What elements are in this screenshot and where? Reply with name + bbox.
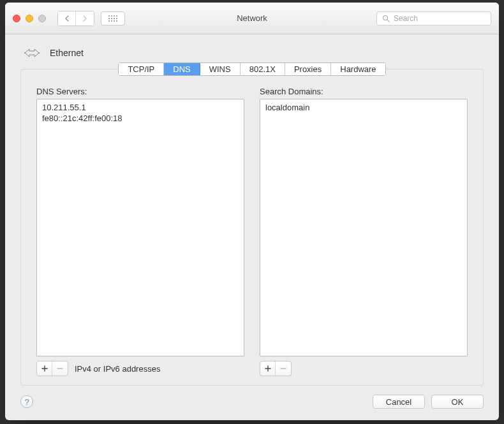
dns-hint: IPv4 or IPv6 addresses: [75, 364, 160, 374]
tab-dns[interactable]: DNS: [164, 63, 200, 75]
show-all-button[interactable]: [101, 11, 125, 26]
footer: ? Cancel OK: [20, 386, 484, 409]
traffic-lights: [13, 15, 46, 22]
domains-add-button[interactable]: [260, 362, 276, 376]
dns-servers-listbox[interactable]: 10.211.55.1 fe80::21c:42ff:fe00:18: [36, 99, 244, 356]
minus-icon: [57, 365, 63, 372]
dns-add-remove-row: IPv4 or IPv6 addresses: [36, 360, 244, 377]
plus-icon: [265, 365, 271, 372]
tab-proxies[interactable]: Proxies: [285, 63, 331, 75]
dns-servers-column: DNS Servers: 10.211.55.1 fe80::21c:42ff:…: [36, 87, 244, 377]
svg-point-3: [38, 52, 40, 54]
domains-plus-minus-group: [260, 361, 292, 376]
help-icon: ?: [24, 397, 29, 407]
minimize-window-button[interactable]: [26, 15, 33, 22]
domains-remove-button: [276, 362, 291, 376]
search-icon: [382, 15, 390, 22]
titlebar: Network Search: [5, 3, 499, 34]
search-domains-label: Search Domains:: [260, 87, 468, 96]
tabs: TCP/IP DNS WINS 802.1X Proxies Hardware: [118, 62, 385, 76]
close-window-button[interactable]: [13, 15, 20, 22]
dns-add-button[interactable]: [37, 362, 52, 376]
ethernet-icon: [23, 46, 41, 60]
search-domains-column: Search Domains: localdomain: [260, 87, 468, 377]
list-item[interactable]: fe80::21c:42ff:fe00:18: [42, 113, 239, 124]
domains-add-remove-row: [260, 360, 468, 377]
ok-button[interactable]: OK: [431, 395, 484, 409]
panel-body: DNS Servers: 10.211.55.1 fe80::21c:42ff:…: [21, 83, 483, 385]
tab-hardware[interactable]: Hardware: [331, 63, 385, 75]
dns-plus-minus-group: [36, 361, 68, 376]
zoom-window-button: [38, 15, 46, 22]
dns-servers-label: DNS Servers:: [36, 87, 244, 96]
tab-wins[interactable]: WINS: [200, 63, 241, 75]
dns-remove-button: [52, 362, 68, 376]
tab-8021x[interactable]: 802.1X: [241, 63, 285, 75]
cancel-button[interactable]: Cancel: [373, 395, 425, 409]
plus-icon: [41, 365, 48, 372]
search-field[interactable]: Search: [376, 11, 491, 26]
svg-line-1: [387, 19, 389, 21]
help-button[interactable]: ?: [20, 395, 33, 408]
window-title: Network: [237, 13, 267, 23]
settings-panel: TCP/IP DNS WINS 802.1X Proxies Hardware …: [20, 69, 484, 386]
search-domains-listbox[interactable]: localdomain: [260, 99, 468, 356]
interface-name: Ethernet: [50, 48, 84, 58]
search-placeholder: Search: [394, 14, 418, 23]
back-button[interactable]: [58, 11, 76, 26]
forward-button[interactable]: [76, 11, 94, 26]
svg-point-2: [24, 52, 26, 54]
list-item[interactable]: localdomain: [265, 102, 462, 113]
tab-tcpip[interactable]: TCP/IP: [119, 63, 164, 75]
tabs-wrapper: TCP/IP DNS WINS 802.1X Proxies Hardware: [21, 62, 483, 76]
list-item[interactable]: 10.211.55.1: [42, 102, 239, 113]
minus-icon: [280, 365, 286, 372]
network-preferences-window: Network Search Ethernet TCP/IP DNS WINS …: [5, 3, 499, 420]
nav-back-forward: [57, 11, 94, 26]
content-area: Ethernet TCP/IP DNS WINS 802.1X Proxies …: [5, 34, 499, 420]
